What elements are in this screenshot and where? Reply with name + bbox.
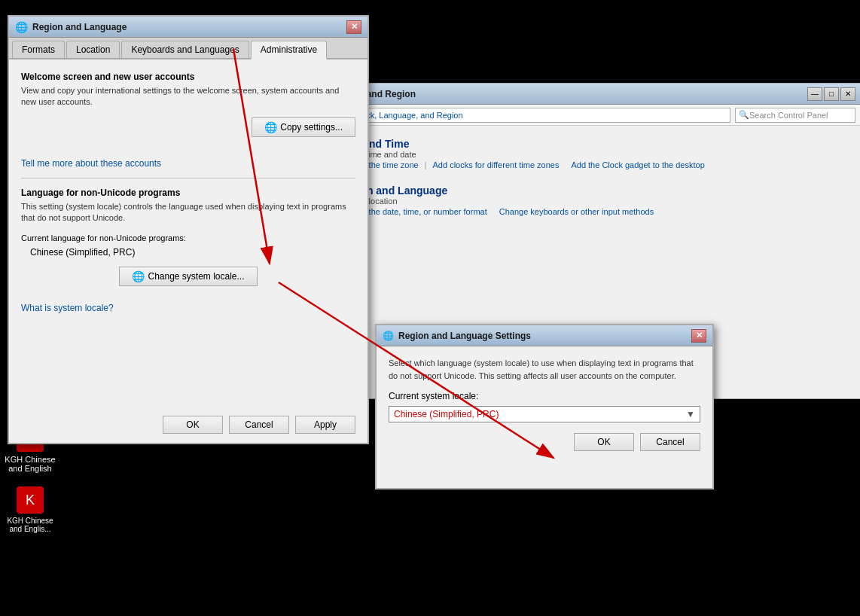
date-time-link-2[interactable]: Add clocks for different time zones — [433, 160, 560, 169]
date-time-links: Change the time zone | Add clocks for di… — [337, 160, 705, 169]
cp-categories: 🕐 Date and Time Set the time and date Ch… — [298, 138, 846, 216]
search-icon: 🔍 — [739, 110, 749, 120]
region-lang-close-btn[interactable]: ✕ — [346, 20, 361, 34]
cp-minimize-btn[interactable]: — — [807, 87, 822, 101]
current-lang-label: Current language for non-Unicode program… — [21, 233, 355, 242]
section1-desc: View and copy your international setting… — [21, 85, 355, 108]
tell-me-more-link[interactable]: Tell me more about these accounts — [21, 158, 161, 169]
change-locale-label: Change system locale... — [148, 271, 244, 282]
lang-section: Language for non-Unicode programs This s… — [21, 188, 355, 313]
sep1: | — [425, 160, 427, 169]
locale-footer: OK Cancel — [389, 433, 700, 451]
search-placeholder: Search Control Panel — [749, 111, 828, 120]
locale-ok-btn[interactable]: OK — [574, 433, 634, 451]
locale-dialog-titlebar: 🌐 Region and Language Settings ✕ — [377, 325, 712, 346]
category-date-time-info: Date and Time Set the time and date Chan… — [337, 138, 705, 169]
cp-close-btn[interactable]: ✕ — [840, 87, 855, 101]
region-lang-links: Change the date, time, or number format … — [337, 207, 654, 216]
region-lang-title-text: Region and Language — [32, 22, 127, 32]
cp-content: 🕐 Date and Time Set the time and date Ch… — [283, 126, 860, 228]
change-locale-container: 🌐 Change system locale... — [21, 267, 355, 286]
tab-location[interactable]: Location — [66, 41, 120, 58]
locale-dropdown-value: Chinese (Simplified, PRC) — [394, 409, 499, 419]
category-region-lang-info: Region and Language Change location Chan… — [337, 184, 654, 216]
locale-dropdown[interactable]: Chinese (Simplified, PRC) ▼ — [389, 406, 700, 422]
region-lang-dialog-content: Welcome screen and new user accounts Vie… — [9, 59, 367, 325]
date-time-link-3[interactable]: Add the Clock gadget to the desktop — [571, 160, 704, 169]
region-lang-dialog: 🌐 Region and Language ✕ Formats Location… — [8, 15, 369, 444]
section-separator — [21, 178, 355, 178]
region-lang-subtitle: Change location — [337, 197, 654, 206]
dropdown-arrow-icon: ▼ — [686, 409, 695, 419]
change-locale-icon: 🌐 — [132, 270, 145, 282]
dialog-tabs: Formats Location Keyboards and Languages… — [9, 38, 367, 59]
dialog-ok-btn[interactable]: OK — [163, 416, 223, 434]
region-lang-dialog-title: 🌐 Region and Language — [15, 21, 346, 33]
category-date-time: 🕐 Date and Time Set the time and date Ch… — [298, 138, 846, 169]
desktop: K KGH Chinese and English K KGH Chinesea… — [0, 0, 860, 616]
change-locale-btn[interactable]: 🌐 Change system locale... — [119, 267, 257, 286]
locale-close-btn[interactable]: ✕ — [691, 329, 706, 343]
locale-dialog-title: 🌐 Region and Language Settings — [383, 331, 691, 341]
locale-current-label: Current system locale: — [389, 391, 700, 401]
locale-settings-dialog: 🌐 Region and Language Settings ✕ Select … — [375, 324, 714, 489]
section2-desc: This setting (system locale) controls th… — [21, 201, 355, 224]
copy-settings-label: Copy settings... — [280, 122, 343, 133]
cp-addressbar: Control Panel ▶ Clock, Language, and Reg… — [283, 105, 860, 126]
locale-title-text: Region and Language Settings — [398, 331, 531, 341]
region-lang-dialog-footer: OK Cancel Apply — [163, 416, 355, 434]
locale-title-icon: 🌐 — [383, 331, 394, 341]
dialog-cancel-btn[interactable]: Cancel — [229, 416, 289, 434]
kgh-label2: KGH Chineseand Englis... — [7, 517, 53, 533]
desktop-icon-kgh2[interactable]: K KGH Chineseand Englis... — [0, 483, 60, 536]
date-time-subtitle: Set the time and date — [337, 150, 705, 159]
locale-cancel-btn[interactable]: Cancel — [640, 433, 700, 451]
date-time-title[interactable]: Date and Time — [337, 138, 705, 150]
cp-titlebar: Clock, Language, and Region — □ ✕ — [283, 84, 860, 105]
region-lang-titlebar: 🌐 Region and Language ✕ — [9, 17, 367, 38]
locale-dialog-content: Select which language (system locale) to… — [377, 346, 712, 462]
dialog-apply-btn[interactable]: Apply — [295, 416, 355, 434]
tab-administrative[interactable]: Administrative — [251, 41, 327, 59]
current-lang-value: Chinese (Simplified, PRC) — [30, 247, 355, 258]
region-lang-title[interactable]: Region and Language — [337, 184, 654, 197]
region-lang-link-2[interactable]: Change keyboards or other input methods — [499, 207, 654, 216]
copy-settings-btn[interactable]: 🌐 Copy settings... — [252, 117, 355, 137]
copy-settings-container: 🌐 Copy settings... — [21, 117, 355, 137]
cp-titlebar-buttons: — □ ✕ — [807, 87, 855, 101]
section1-title: Welcome screen and new user accounts — [21, 72, 355, 82]
cp-search-box[interactable]: 🔍 Search Control Panel — [735, 108, 855, 123]
kgh-icon2: K — [17, 486, 44, 514]
breadcrumb-part2: Clock, Language, and Region — [354, 111, 463, 120]
kgh-label1: KGH Chinese and English — [3, 455, 57, 473]
tab-formats[interactable]: Formats — [12, 41, 65, 58]
copy-settings-icon: 🌐 — [264, 121, 277, 133]
what-is-locale-link[interactable]: What is system locale? — [21, 303, 114, 313]
tab-keyboards[interactable]: Keyboards and Languages — [121, 41, 249, 58]
locale-desc: Select which language (system locale) to… — [389, 357, 700, 382]
section2-title: Language for non-Unicode programs — [21, 188, 355, 198]
region-lang-title-icon: 🌐 — [15, 21, 28, 33]
cp-maximize-btn[interactable]: □ — [824, 87, 839, 101]
category-region-lang: 🌐 Region and Language Change location Ch… — [298, 184, 846, 216]
